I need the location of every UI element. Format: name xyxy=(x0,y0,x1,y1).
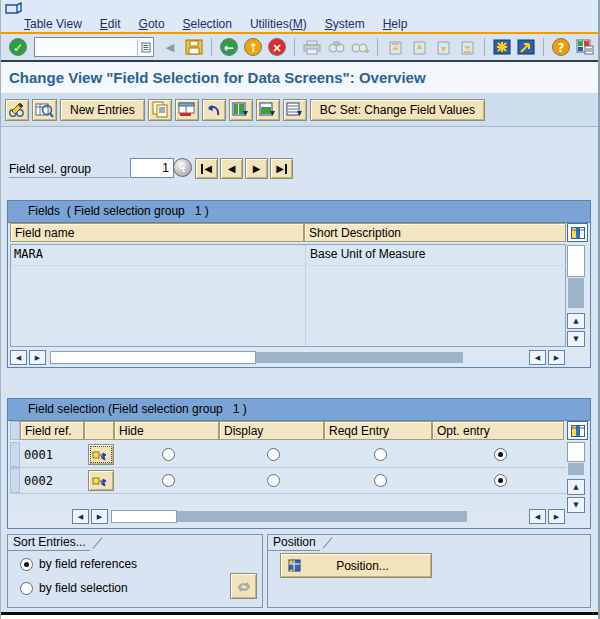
toggle-display-change-button[interactable] xyxy=(5,99,29,121)
undo-button[interactable] xyxy=(202,99,226,121)
column-header-short-description[interactable]: Short Description xyxy=(304,223,566,242)
find-button[interactable] xyxy=(324,36,348,58)
menu-edit[interactable]: Edit xyxy=(91,17,130,31)
matchcode-icon xyxy=(180,163,185,172)
sort-by-field-references-option[interactable]: by field references xyxy=(20,557,137,571)
choose-detail-button[interactable] xyxy=(88,470,114,491)
last-entry-button[interactable]: ▶ xyxy=(270,158,293,179)
menu-system[interactable]: System xyxy=(316,17,374,31)
vertical-scrollbar-track[interactable] xyxy=(568,463,584,475)
command-history-icon[interactable] xyxy=(137,39,153,55)
back-button[interactable]: ← xyxy=(217,36,241,58)
radio-opt-entry[interactable] xyxy=(494,448,507,461)
field-ref-cell[interactable]: 0001 xyxy=(24,448,53,462)
table-settings-button[interactable] xyxy=(567,223,588,242)
short-description-cell[interactable]: Base Unit of Measure xyxy=(307,247,425,261)
previous-entry-button[interactable]: ◀ xyxy=(220,158,243,179)
command-input[interactable] xyxy=(35,39,137,55)
column-header-reqd-entry[interactable]: Reqd Entry xyxy=(324,421,432,440)
scroll-left-button[interactable]: ◀ xyxy=(72,509,89,524)
menu-table-view[interactable]: Table View xyxy=(15,17,91,31)
next-entry-button[interactable]: ▶ xyxy=(245,158,268,179)
scroll-down-button[interactable]: ▼ xyxy=(567,497,585,513)
sort-button[interactable] xyxy=(230,573,257,599)
menu-goto[interactable]: Goto xyxy=(130,17,174,31)
horizontal-scrollbar-thumb[interactable] xyxy=(50,351,256,364)
last-page-button[interactable] xyxy=(455,36,479,58)
cancel-icon: × xyxy=(268,38,286,56)
row-selector[interactable] xyxy=(10,442,20,467)
customize-layout-button[interactable] xyxy=(573,36,597,58)
horizontal-scrollbar-track[interactable] xyxy=(177,511,467,522)
menu-utilities[interactable]: Utilities(M) xyxy=(241,17,316,31)
horizontal-scrollbar-track[interactable] xyxy=(256,352,463,363)
select-all-button[interactable] xyxy=(229,99,253,121)
scroll-down-button[interactable]: ▼ xyxy=(567,331,585,347)
radio-reqd-entry[interactable] xyxy=(374,474,387,487)
collapse-command-button[interactable]: ◀ xyxy=(158,36,182,58)
enter-button[interactable]: ✓ xyxy=(6,36,30,58)
radio-hide[interactable] xyxy=(162,474,175,487)
deselect-all-button[interactable] xyxy=(283,99,307,121)
menu-selection[interactable]: Selection xyxy=(174,17,241,31)
field-ref-cell[interactable]: 0002 xyxy=(24,474,53,488)
create-shortcut-button[interactable] xyxy=(514,36,538,58)
menu-help[interactable]: Help xyxy=(374,17,417,31)
scroll-right-button[interactable]: ▶ xyxy=(548,509,565,524)
bc-set-button[interactable]: BC Set: Change Field Values xyxy=(310,99,485,121)
exit-button[interactable]: ↑ xyxy=(241,36,265,58)
scroll-right-button[interactable]: ▶ xyxy=(91,509,108,524)
row-selector-header[interactable] xyxy=(10,421,20,440)
column-header-opt-entry[interactable]: Opt. entry xyxy=(432,421,564,440)
new-session-button[interactable] xyxy=(490,36,514,58)
column-header-blank[interactable] xyxy=(84,421,114,440)
table-settings-button[interactable] xyxy=(567,421,588,440)
table-select-block-icon xyxy=(259,102,277,118)
field-sel-group-input[interactable] xyxy=(130,158,174,178)
cancel-button[interactable]: × xyxy=(265,36,289,58)
table-settings-icon xyxy=(571,227,585,239)
column-header-field-name[interactable]: Field name xyxy=(10,223,304,242)
help-button[interactable]: ? xyxy=(549,36,573,58)
scroll-left-button[interactable]: ◀ xyxy=(529,509,546,524)
delete-entry-button[interactable] xyxy=(175,99,199,121)
scroll-right-button[interactable]: ▶ xyxy=(548,350,565,365)
row-selector[interactable] xyxy=(10,468,20,493)
new-entries-button[interactable]: New Entries xyxy=(60,99,145,121)
scroll-up-button[interactable]: ▲ xyxy=(567,479,585,495)
field-name-cell[interactable]: MARA xyxy=(11,247,43,261)
print-button[interactable] xyxy=(300,36,324,58)
vertical-scrollbar-thumb[interactable] xyxy=(567,442,585,462)
save-button[interactable] xyxy=(182,36,206,58)
scroll-left-button[interactable]: ◀ xyxy=(529,350,546,365)
first-entry-button[interactable]: ◀ xyxy=(195,158,218,179)
scroll-up-button[interactable]: ▲ xyxy=(567,313,585,329)
radio-opt-entry[interactable] xyxy=(494,474,507,487)
radio-display[interactable] xyxy=(267,448,280,461)
scroll-left-button[interactable]: ◀ xyxy=(10,350,27,365)
radio-display[interactable] xyxy=(267,474,280,487)
vertical-scrollbar-thumb[interactable] xyxy=(567,245,585,277)
column-header-display[interactable]: Display xyxy=(219,421,324,440)
first-page-button[interactable] xyxy=(383,36,407,58)
matchcode-button[interactable] xyxy=(173,158,192,177)
radio-by-field-references[interactable] xyxy=(20,558,33,571)
select-block-button[interactable] xyxy=(256,99,280,121)
vertical-scrollbar-track[interactable] xyxy=(568,278,584,308)
radio-by-field-selection[interactable] xyxy=(20,582,33,595)
horizontal-scrollbar-thumb[interactable] xyxy=(111,510,177,523)
scroll-right-button[interactable]: ▶ xyxy=(29,350,46,365)
choose-detail-button[interactable] xyxy=(88,444,114,465)
radio-hide[interactable] xyxy=(162,448,175,461)
sort-entries-group: Sort Entries... by field references by f… xyxy=(7,534,263,608)
column-header-field-ref[interactable]: Field ref. xyxy=(20,421,84,440)
column-header-hide[interactable]: Hide xyxy=(114,421,219,440)
sort-by-field-selection-option[interactable]: by field selection xyxy=(20,581,128,595)
position-button[interactable]: Position... xyxy=(280,553,432,578)
previous-page-button[interactable] xyxy=(407,36,431,58)
next-page-button[interactable] xyxy=(431,36,455,58)
radio-reqd-entry[interactable] xyxy=(374,448,387,461)
copy-entries-button[interactable] xyxy=(148,99,172,121)
find-next-button[interactable] xyxy=(348,36,372,58)
overview-display-button[interactable] xyxy=(32,99,57,121)
